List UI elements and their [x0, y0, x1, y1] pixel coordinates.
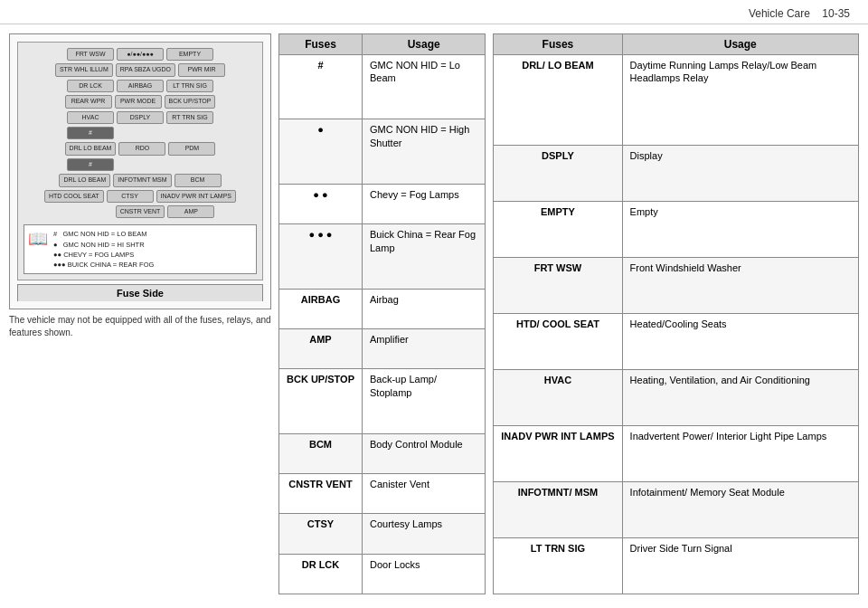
fuse-block: EMPTY	[166, 48, 213, 61]
fuse-block: PWR MIR	[178, 63, 225, 76]
fuse-block: #	[67, 127, 114, 139]
table-row: EMPTYEmpty	[494, 202, 859, 258]
fuse-block: RDO	[118, 142, 165, 155]
usage-cell: GMC NON HID = High Shutter	[362, 119, 485, 184]
fuse-cell: HVAC	[494, 369, 622, 425]
usage-cell: Body Control Module	[362, 433, 485, 473]
legend-line: ● GMC NON HID = HI SHTR	[53, 240, 154, 250]
col-header-fuses-right: Fuses	[494, 34, 622, 55]
table-row: ● ● ●Buick China = Rear Fog Lamp	[279, 224, 486, 289]
left-panel: FRT WSW ●/●●/●●● EMPTY STR WHL ILLUM RPA…	[9, 33, 271, 594]
fuse-cell: AIRBAG	[279, 289, 363, 328]
fuse-block: INADV PWR INT LAMPS	[156, 190, 236, 203]
usage-cell: Airbag	[362, 289, 485, 328]
table-row: BCK UP/STOPBack-up Lamp/ Stoplamp	[279, 369, 486, 433]
fuse-block: #	[67, 158, 114, 171]
table-row: CTSYCourtesy Lamps	[279, 514, 486, 554]
usage-cell: Daytime Running Lamps Relay/Low Beam Hea…	[622, 55, 858, 146]
fuse-cell: DRL/ LO BEAM	[494, 55, 622, 146]
fuse-block: AMP	[167, 205, 214, 218]
fuse-row: HVAC DSPLY RT TRN SIG	[24, 111, 257, 124]
fuse-row: STR WHL ILLUM RPA SBZA UGDO PWR MIR	[24, 63, 257, 76]
fuse-cell: CNSTR VENT	[279, 474, 363, 514]
page-header: Vehicle Care 10-35	[0, 0, 868, 24]
usage-cell: Heating, Ventilation, and Air Conditioni…	[622, 369, 858, 425]
fuse-row: DRL LO BEAM INFOTMNT MSM BCM	[24, 174, 257, 186]
fuse-block: DRL LO BEAM	[65, 142, 117, 155]
usage-cell: Courtesy Lamps	[362, 514, 485, 554]
usage-cell: Door Locks	[362, 554, 485, 594]
legend-line: ●●● BUICK CHINA = REAR FOG	[53, 260, 154, 270]
fuse-row: DRL LO BEAM RDO PDM	[24, 142, 257, 155]
usage-cell: Heated/Cooling Seats	[622, 313, 858, 369]
fuse-block: HVAC	[67, 111, 114, 124]
fuse-block: FRT WSW	[67, 48, 114, 61]
page-header-text: Vehicle Care 10-35	[749, 7, 850, 20]
fuse-cell: ● ● ●	[279, 224, 363, 289]
fuse-block: ●/●●/●●●	[117, 48, 164, 61]
fuse-block: LT TRN SIG	[166, 80, 213, 92]
fuse-block: CNSTR VENT	[116, 205, 165, 218]
table-row: BCMBody Control Module	[279, 433, 486, 473]
usage-cell: Driver Side Turn Signal	[622, 537, 858, 594]
middle-fuse-table: Fuses Usage #GMC NON HID = Lo Beam●GMC N…	[278, 33, 486, 594]
fuse-cell: AMP	[279, 328, 363, 368]
fuse-diagram: FRT WSW ●/●●/●●● EMPTY STR WHL ILLUM RPA…	[17, 42, 263, 280]
fuse-cell: CTSY	[279, 514, 363, 554]
legend-icon: 📖	[28, 231, 48, 247]
usage-cell: Inadvertent Power/ Interior Light Pipe L…	[622, 425, 858, 481]
table-row: INFOTMNT/ MSMInfotainment/ Memory Seat M…	[494, 481, 859, 537]
fuse-box-container: FRT WSW ●/●●/●●● EMPTY STR WHL ILLUM RPA…	[9, 33, 271, 309]
fuse-legend: 📖 # GMC NON HID = LO BEAM ● GMC NON HID …	[24, 224, 257, 274]
fuse-note: The vehicle may not be equipped with all…	[9, 314, 271, 339]
col-header-usage: Usage	[362, 34, 485, 55]
usage-cell: Amplifier	[362, 328, 485, 368]
fuse-block: BCM	[175, 174, 222, 186]
fuse-block: INFOTMNT MSM	[113, 174, 171, 186]
table-row: ●GMC NON HID = High Shutter	[279, 119, 486, 184]
tables-area: Fuses Usage #GMC NON HID = Lo Beam●GMC N…	[278, 33, 859, 594]
fuse-row: CNSTR VENT AMP	[24, 205, 257, 218]
fuse-block: RPA SBZA UGDO	[116, 63, 175, 76]
fuse-cell: HTD/ COOL SEAT	[494, 313, 622, 369]
legend-line: ●● CHEVY = FOG LAMPS	[53, 250, 154, 260]
table-row: DR LCKDoor Locks	[279, 554, 486, 594]
usage-cell: Canister Vent	[362, 474, 485, 514]
fuse-cell: BCM	[279, 433, 363, 473]
usage-cell: Empty	[622, 202, 858, 258]
fuse-block: STR WHL ILLUM	[55, 63, 113, 76]
legend-line: # GMC NON HID = LO BEAM	[53, 229, 154, 239]
fuse-cell: INADV PWR INT LAMPS	[494, 425, 622, 481]
fuse-block: CTSY	[107, 190, 154, 203]
table-row: DRL/ LO BEAMDaytime Running Lamps Relay/…	[494, 55, 859, 146]
table-row: DSPLYDisplay	[494, 146, 859, 202]
table-row: ● ●Chevy = Fog Lamps	[279, 184, 486, 223]
usage-cell: Infotainment/ Memory Seat Module	[622, 481, 858, 537]
usage-cell: Display	[622, 146, 858, 202]
fuse-block: DSPLY	[117, 111, 164, 124]
fuse-block: DR LCK	[67, 80, 114, 92]
table-row: AMPAmplifier	[279, 328, 486, 368]
fuse-title: Fuse Side	[17, 284, 263, 301]
table-row: LT TRN SIGDriver Side Turn Signal	[494, 537, 859, 594]
fuse-block: RT TRN SIG	[166, 111, 213, 124]
usage-cell: Chevy = Fog Lamps	[362, 184, 485, 223]
fuse-cell: BCK UP/STOP	[279, 369, 363, 433]
fuse-block: REAR WPR	[65, 95, 112, 108]
usage-cell: GMC NON HID = Lo Beam	[362, 55, 485, 119]
fuse-row: #	[24, 158, 257, 171]
middle-table-wrap: Fuses Usage #GMC NON HID = Lo Beam●GMC N…	[278, 33, 486, 594]
table-row: HVACHeating, Ventilation, and Air Condit…	[494, 369, 859, 425]
fuse-row: REAR WPR PWR MODE BCK UP/STOP	[24, 95, 257, 108]
fuse-block: BCK UP/STOP	[165, 95, 216, 108]
fuse-cell: LT TRN SIG	[494, 537, 622, 594]
fuse-block: HTD COOL SEAT	[44, 190, 104, 203]
table-row: HTD/ COOL SEATHeated/Cooling Seats	[494, 313, 859, 369]
fuse-cell: DR LCK	[279, 554, 363, 594]
fuse-cell: DSPLY	[494, 146, 622, 202]
table-row: #GMC NON HID = Lo Beam	[279, 55, 486, 119]
fuse-cell: EMPTY	[494, 202, 622, 258]
fuse-block: PDM	[168, 142, 215, 155]
usage-cell: Back-up Lamp/ Stoplamp	[362, 369, 485, 433]
fuse-row: HTD COOL SEAT CTSY INADV PWR INT LAMPS	[24, 190, 257, 203]
